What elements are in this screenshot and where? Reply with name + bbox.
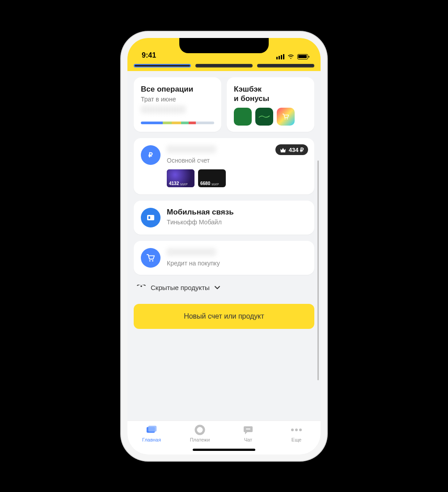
cashback-badge[interactable]: 434 ₽: [275, 144, 308, 155]
badge-value: 434 ₽: [289, 147, 304, 153]
svg-point-12: [291, 429, 294, 431]
main-account-label: Основной счет: [167, 157, 307, 164]
cart-icon: [282, 113, 290, 120]
wifi-icon: [287, 54, 295, 59]
card-system: МИР: [211, 183, 219, 186]
stories-strip[interactable]: [127, 62, 321, 71]
svg-point-1: [287, 118, 287, 119]
tab-label: Главная: [142, 437, 161, 442]
svg-point-5: [149, 260, 151, 261]
status-icons: [276, 54, 308, 59]
svg-rect-11: [246, 429, 250, 429]
tab-home[interactable]: Главная: [127, 425, 176, 442]
tab-label: Платежи: [190, 437, 210, 442]
operations-title: Все операции: [141, 84, 214, 94]
chevron-down-icon: [214, 286, 220, 290]
main-account-balance-blurred: [167, 145, 216, 153]
crown-icon: [280, 147, 286, 153]
svg-point-10: [196, 426, 204, 434]
new-product-button[interactable]: Новый счет или продукт: [134, 304, 314, 329]
cashback-title: Кэшбэк и бонусы: [234, 84, 307, 104]
card-system: МИР: [180, 183, 188, 186]
bank-card-mini[interactable]: 6680 МИР: [198, 169, 226, 187]
ruble-icon: ₽: [141, 145, 161, 165]
home-indicator[interactable]: [193, 449, 255, 451]
summary-row: Все операции Трат в июне Кэшбэк и бонусы: [134, 77, 314, 132]
chat-tab-icon: [242, 425, 254, 435]
bank-card-mini[interactable]: 4132 МИР: [167, 169, 194, 187]
svg-text:₽: ₽: [148, 151, 153, 159]
more-tab-icon: [291, 425, 302, 435]
story-item[interactable]: [195, 64, 253, 67]
payments-tab-icon: [194, 425, 206, 435]
phone-frame: 9:41 Все операции Трат в июне: [121, 32, 327, 461]
cashback-partners: [234, 108, 307, 126]
card-last4: 4132: [169, 181, 179, 186]
svg-point-7: [140, 285, 142, 287]
tab-payments[interactable]: Платежи: [176, 425, 224, 442]
eye-hidden-icon: [136, 285, 146, 291]
mobile-title: Мобильная связь: [167, 208, 307, 217]
account-cards-row: 4132 МИР 6680 МИР: [167, 169, 307, 187]
operations-subtitle: Трат в июне: [141, 96, 214, 103]
story-item[interactable]: [134, 64, 191, 67]
mobile-account-card[interactable]: Мобильная связь Тинькофф Мобайл: [134, 201, 314, 235]
svg-point-0: [284, 118, 285, 119]
spending-bar: [141, 122, 214, 124]
home-tab-icon: [146, 425, 157, 435]
shopping-cart-icon: [141, 248, 161, 268]
hidden-products-toggle[interactable]: Скрытые продукты: [134, 281, 314, 294]
loan-account-card[interactable]: Кредит на покупку: [134, 241, 314, 275]
svg-point-13: [295, 429, 298, 431]
story-item[interactable]: [257, 64, 314, 67]
notch: [179, 38, 269, 53]
loan-label: Кредит на покупку: [167, 260, 307, 267]
svg-point-6: [152, 260, 153, 261]
content-area: Все операции Трат в июне Кэшбэк и бонусы: [127, 71, 321, 421]
tab-chat[interactable]: Чат: [224, 425, 272, 442]
svg-point-14: [299, 429, 302, 431]
main-account-card[interactable]: 434 ₽ ₽ Основной счет 4132 МИР: [134, 138, 314, 194]
status-time: 9:41: [142, 51, 156, 59]
svg-rect-4: [148, 216, 150, 219]
screen: 9:41 Все операции Трат в июне: [127, 38, 321, 454]
tab-label: Чат: [244, 437, 252, 442]
mobile-subtitle: Тинькофф Мобайл: [167, 219, 307, 226]
loan-balance-blurred: [167, 248, 216, 256]
cashback-card[interactable]: Кэшбэк и бонусы: [227, 77, 314, 132]
svg-rect-9: [148, 425, 157, 431]
partner-icon[interactable]: [255, 108, 273, 126]
cellular-signal-icon: [276, 54, 284, 59]
partner-icon[interactable]: [234, 108, 252, 126]
operations-card[interactable]: Все операции Трат в июне: [134, 77, 221, 132]
sim-icon: [141, 208, 161, 227]
battery-icon: [297, 54, 308, 59]
hidden-products-label: Скрытые продукты: [151, 284, 210, 291]
svg-rect-3: [147, 215, 154, 220]
operations-amount-blurred: [141, 105, 186, 114]
scrollbar[interactable]: [317, 160, 319, 380]
partner-icon[interactable]: [277, 108, 295, 126]
tab-label: Еще: [292, 437, 301, 442]
tab-more[interactable]: Еще: [272, 425, 321, 442]
card-last4: 6680: [200, 181, 210, 186]
